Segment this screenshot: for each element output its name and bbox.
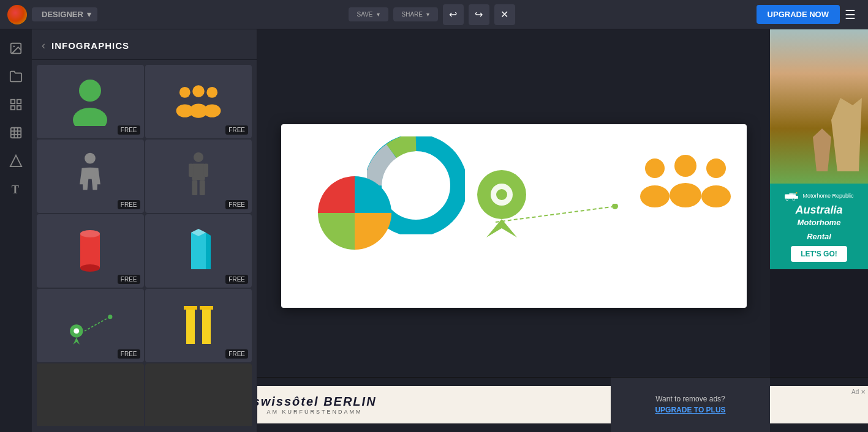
svg-point-14 [73,108,107,126]
topbar: DESIGNER ▾ SAVE ▾ SHARE ▾ ↩ ↪ ✕ UPGRADE … [0,0,868,29]
pie-chart[interactable] [315,173,394,253]
svg-point-58 [793,198,795,201]
list-item[interactable]: FREE [37,289,144,362]
upgrade-button[interactable]: UPGRADE NOW [757,5,840,24]
ad-rock-shape [831,98,862,171]
list-item[interactable]: FREE [37,214,144,288]
svg-point-19 [206,87,217,98]
svg-rect-39 [186,307,195,344]
svg-text:T: T [12,184,19,196]
svg-point-13 [79,80,101,102]
svg-point-38 [108,315,113,319]
panel-header: ‹ INFOGRAPHICS [32,29,257,60]
svg-point-50 [640,185,670,207]
svg-line-37 [85,318,109,331]
svg-point-61 [796,192,798,193]
svg-rect-24 [192,180,197,195]
menu-icon: ☰ [845,8,856,21]
upgrade-label: UPGRADE NOW [768,10,829,19]
svg-rect-2 [11,100,15,103]
svg-point-20 [203,104,221,117]
undo-button[interactable]: ↩ [443,4,464,25]
list-item[interactable]: FREE [145,140,252,213]
ad-motorhome-label2: Motorhome [776,218,862,227]
svg-rect-27 [204,164,208,177]
svg-rect-4 [11,106,15,110]
remove-ads-text: Want to remove ads? [655,395,725,403]
share-button[interactable]: SHARE ▾ [393,7,438,21]
panel-back-button[interactable]: ‹ [42,39,45,52]
svg-rect-5 [17,106,21,110]
svg-point-22 [194,152,203,162]
free-badge: FREE [225,275,248,284]
share-label: SHARE [402,11,423,18]
svg-rect-3 [17,100,21,103]
svg-rect-23 [192,164,205,181]
list-item[interactable]: FREE [145,65,252,138]
svg-rect-56 [795,196,798,199]
svg-rect-6 [11,128,21,138]
remove-ads-bar: Want to remove ads? UPGRADE TO PLUS [611,377,770,432]
hotel-name: swissôtel BERLIN [253,395,377,409]
svg-rect-32 [191,233,206,269]
ad-australia-label: Australia [776,204,862,217]
brand-label: DESIGNER [42,10,83,19]
sidebar-item-layout[interactable] [4,93,28,116]
swissotel-logo: swissôtel BERLIN AM KURFÜRSTENDAMM [253,395,377,415]
svg-point-53 [706,158,726,178]
svg-point-49 [645,158,665,178]
topbar-center: SAVE ▾ SHARE ▾ ↩ ↪ ✕ [107,4,757,25]
list-item[interactable]: FREE [37,65,144,138]
list-item[interactable]: FREE [145,289,252,362]
ad-rental-label: Rental [776,232,862,241]
redo-button[interactable]: ↪ [469,4,489,25]
free-badge: FREE [225,200,248,209]
list-item[interactable]: FREE [37,140,144,213]
save-label: SAVE [357,11,373,18]
svg-rect-29 [80,234,100,268]
infographics-panel: ‹ INFOGRAPHICS FREE FREE [32,29,257,432]
svg-rect-40 [202,307,211,344]
ad-logo-area: Motorhome Republic Australia Motorhome R… [770,184,868,269]
ad-cta-button[interactable]: LET'S GO! [791,246,847,262]
sidebar-item-grid[interactable] [4,121,28,144]
svg-point-1 [13,45,15,47]
ad-right-sidebar: ✕ Motorhome Republic Australia Motorhome… [770,0,868,432]
left-sidebar: T [0,29,32,432]
redo-icon: ↪ [475,9,483,20]
motorhome-brand: Motorhome Republic [802,193,853,199]
sidebar-item-image[interactable] [4,37,28,60]
svg-point-43 [390,160,442,211]
list-item[interactable] [37,363,144,426]
sidebar-item-folder[interactable] [4,65,28,88]
panel-items-grid: FREE FREE FREE [32,60,257,426]
close-button[interactable]: ✕ [494,4,515,25]
svg-point-15 [179,87,191,98]
free-badge: FREE [118,349,140,359]
ad-motorhome-label: Motorhome Republic [776,191,862,201]
sidebar-item-shapes[interactable] [4,149,28,173]
svg-point-57 [786,198,788,201]
upgrade-to-plus-link[interactable]: UPGRADE TO PLUS [655,406,725,414]
ad-badge-button[interactable]: Ad ✕ [851,389,866,395]
svg-point-36 [74,328,80,333]
menu-button[interactable]: ☰ [840,5,861,24]
app-logo [7,5,27,24]
free-badge: FREE [118,125,140,135]
save-button[interactable]: SAVE ▾ [349,7,388,21]
list-item[interactable]: FREE [145,214,252,288]
svg-point-30 [80,264,100,272]
svg-marker-11 [10,155,21,166]
svg-rect-42 [200,306,213,310]
sidebar-item-text[interactable]: T [4,177,28,201]
list-item[interactable] [145,363,252,426]
canvas[interactable] [281,124,747,308]
hotel-sub: AM KURFÜRSTENDAMM [253,409,377,415]
people-group-canvas[interactable] [636,155,728,216]
svg-line-47 [496,207,612,222]
back-icon: ‹ [42,39,45,51]
svg-marker-34 [206,233,211,269]
undo-icon: ↩ [449,9,457,20]
brand-button[interactable]: DESIGNER ▾ [32,7,97,21]
canvas-content [281,124,747,308]
